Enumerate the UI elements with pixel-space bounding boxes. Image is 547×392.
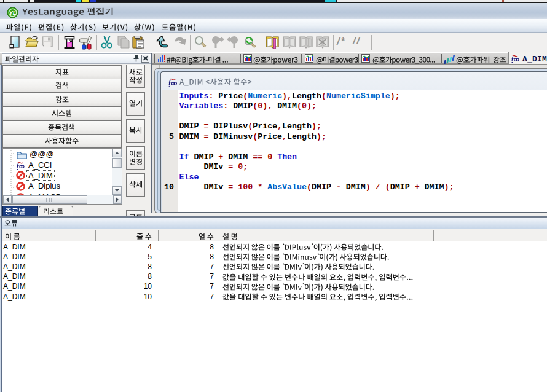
svg-text:YL: YL	[9, 10, 17, 16]
